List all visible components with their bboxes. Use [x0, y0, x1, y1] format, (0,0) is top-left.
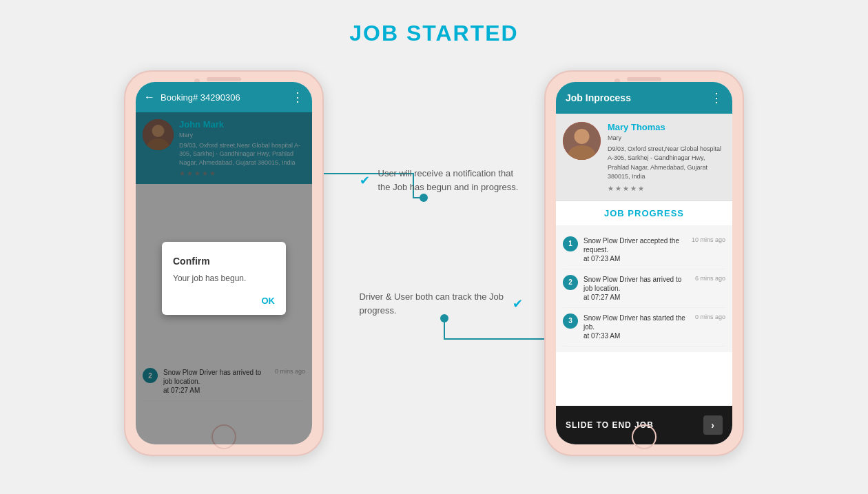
right-progress-sub-1: at 07:23 AM — [583, 254, 686, 263]
right-user-address: D9/03, Oxford street,Near Global hospita… — [608, 145, 725, 182]
right-progress-item-1: 1 Snow Plow Driver accepted the request.… — [563, 231, 725, 269]
right-progress-item-2: 2 Snow Plow Driver has arrived to job lo… — [563, 269, 725, 308]
right-progress-sub-3: at 07:33 AM — [583, 331, 690, 340]
right-user-name: Mary Thomas — [608, 122, 725, 132]
right-progress-time-3: 0 mins ago — [695, 313, 725, 320]
right-progress-desc-2: Snow Plow Driver has arrived to job loca… — [583, 275, 690, 293]
connector-svg — [324, 84, 544, 442]
right-menu-icon[interactable]: ⋮ — [710, 90, 723, 105]
dialog-title: Confirm — [173, 256, 275, 267]
right-phone-speaker — [627, 77, 661, 81]
right-stars: ★ ★ ★ ★ ★ — [608, 185, 725, 192]
right-progress-num-1: 1 — [563, 236, 578, 251]
annotation-text-1: User will receive a notification that th… — [378, 167, 523, 194]
right-progress-text-3: Snow Plow Driver has started the job. at… — [583, 313, 690, 340]
right-progress-num-3: 3 — [563, 313, 578, 329]
svg-point-3 — [420, 194, 428, 202]
right-progress-item-3: 3 Snow Plow Driver has started the job. … — [563, 308, 725, 347]
dialog-backdrop: Confirm Your job has begun. OK — [136, 112, 312, 444]
right-phone-screen: Job Inprocess ⋮ Mary Thomas Mary — [556, 82, 732, 444]
annotation-text-2: Driver & User both can track the Job pro… — [360, 290, 504, 317]
dialog-ok-area: OK — [173, 294, 275, 307]
right-header-title: Job Inprocess — [566, 92, 631, 103]
dialog-body: Your job has begun. — [173, 274, 275, 283]
left-phone: ← Booking# 34290306 ⋮ John Mark — [124, 70, 324, 456]
back-arrow-icon[interactable]: ← — [144, 91, 155, 103]
svg-point-6 — [575, 129, 590, 144]
annotation-row-1: ✔ User will receive a notification that … — [346, 167, 523, 194]
right-progress-text-2: Snow Plow Driver has arrived to job loca… — [583, 275, 690, 302]
left-phone-screen: ← Booking# 34290306 ⋮ John Mark — [136, 82, 312, 444]
page-title: JOB STARTED — [349, 21, 518, 46]
right-user-sub: Mary — [608, 134, 725, 143]
right-progress-desc-3: Snow Plow Driver has started the job. — [583, 313, 690, 331]
job-progress-title: JOB PROGRESS — [556, 201, 732, 223]
left-app-header: ← Booking# 34290306 ⋮ — [136, 82, 312, 112]
right-user-avatar — [563, 122, 601, 160]
annotation-row-2: Driver & User both can track the Job pro… — [346, 290, 523, 317]
right-progress-desc-1: Snow Plow Driver accepted the request. — [583, 236, 686, 254]
right-progress-time-1: 10 mins ago — [692, 236, 725, 243]
right-phone: Job Inprocess ⋮ Mary Thomas Mary — [544, 70, 744, 456]
content-area: ← Booking# 34290306 ⋮ John Mark — [0, 46, 868, 494]
check-icon-1: ✔ — [360, 173, 370, 188]
right-progress-list: 1 Snow Plow Driver accepted the request.… — [556, 225, 732, 352]
right-user-info: Mary Thomas Mary D9/03, Oxford street,Ne… — [608, 122, 725, 192]
dialog-ok-button[interactable]: OK — [262, 296, 276, 306]
confirm-dialog: Confirm Your job has begun. OK — [162, 242, 286, 315]
right-progress-sub-2: at 07:27 AM — [583, 293, 690, 302]
right-booking-card: Mary Thomas Mary D9/03, Oxford street,Ne… — [556, 114, 732, 201]
check-icon-2: ✔ — [513, 296, 523, 311]
phone-speaker — [207, 77, 241, 81]
right-progress-num-2: 2 — [563, 275, 578, 290]
left-menu-icon[interactable]: ⋮ — [291, 90, 304, 105]
job-progress-section: JOB PROGRESS 1 Snow Plow Driver accepted… — [556, 201, 732, 406]
slide-arrow-icon: › — [703, 415, 723, 435]
right-app-header: Job Inprocess ⋮ — [556, 82, 732, 114]
right-progress-text-1: Snow Plow Driver accepted the request. a… — [583, 236, 686, 263]
annotation-area: ✔ User will receive a notification that … — [324, 84, 544, 442]
right-home-button[interactable] — [632, 424, 657, 449]
left-header-title: Booking# 34290306 — [161, 92, 286, 103]
right-progress-time-2: 6 mins ago — [695, 275, 725, 282]
